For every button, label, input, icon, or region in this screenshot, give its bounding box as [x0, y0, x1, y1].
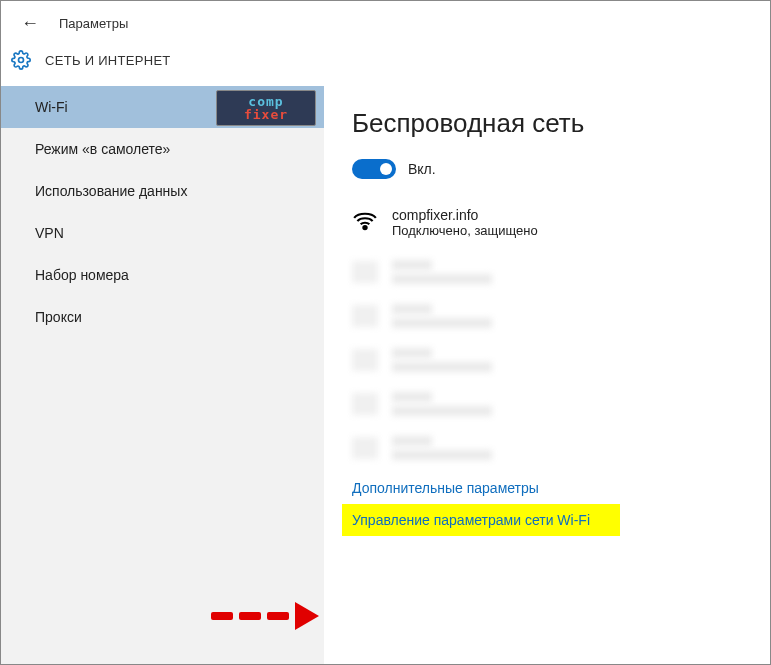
back-arrow-icon[interactable]: ← [21, 13, 39, 34]
main-layout: Wi-Fi comp fixer Режим «в самолете» Испо… [1, 86, 770, 665]
sidebar: Wi-Fi comp fixer Режим «в самолете» Испо… [1, 86, 324, 665]
network-item-blurred[interactable] [352, 260, 750, 284]
network-item-blurred[interactable] [352, 392, 750, 416]
blurred-line [392, 392, 432, 402]
window-header: ← Параметры [1, 1, 770, 42]
blurred-line [392, 406, 492, 416]
network-item-blurred[interactable] [352, 348, 750, 372]
wifi-icon-blurred [352, 261, 378, 283]
sidebar-item-label: Wi-Fi [35, 99, 68, 115]
page-title: Беспроводная сеть [352, 108, 750, 139]
wifi-toggle[interactable] [352, 159, 396, 179]
blurred-text [392, 304, 492, 328]
blurred-line [392, 304, 432, 314]
section-header: СЕТЬ И ИНТЕРНЕТ [1, 42, 770, 86]
svg-point-0 [19, 58, 24, 63]
sidebar-item-vpn[interactable]: VPN [1, 212, 324, 254]
wifi-icon-blurred [352, 393, 378, 415]
blurred-line [392, 362, 492, 372]
sidebar-item-data-usage[interactable]: Использование данных [1, 170, 324, 212]
svg-point-1 [363, 226, 366, 229]
content-panel: Беспроводная сеть Вкл. compfixer.info По… [324, 86, 770, 665]
sidebar-item-airplane-mode[interactable]: Режим «в самолете» [1, 128, 324, 170]
window-title: Параметры [59, 16, 128, 31]
gear-icon [11, 50, 31, 70]
section-title: СЕТЬ И ИНТЕРНЕТ [45, 53, 171, 68]
blurred-text [392, 436, 492, 460]
network-item-blurred[interactable] [352, 436, 750, 460]
blurred-line [392, 348, 432, 358]
sidebar-item-wifi[interactable]: Wi-Fi comp fixer [1, 86, 324, 128]
wifi-icon-blurred [352, 349, 378, 371]
sidebar-item-label: Использование данных [35, 183, 187, 199]
wifi-toggle-row: Вкл. [352, 159, 750, 179]
wifi-icon [352, 209, 378, 231]
wifi-toggle-label: Вкл. [408, 161, 436, 177]
watermark-line2: fixer [244, 108, 288, 121]
sidebar-item-label: Режим «в самолете» [35, 141, 170, 157]
blurred-text [392, 348, 492, 372]
blurred-line [392, 450, 492, 460]
network-item-connected[interactable]: compfixer.info Подключено, защищено [352, 207, 750, 238]
arrow-head-icon [295, 602, 319, 630]
arrow-dash [239, 612, 261, 620]
link-additional-params[interactable]: Дополнительные параметры [352, 480, 750, 496]
blurred-line [392, 318, 492, 328]
sidebar-item-label: Набор номера [35, 267, 129, 283]
arrow-dash [211, 612, 233, 620]
blurred-text [392, 260, 492, 284]
link-manage-wifi[interactable]: Управление параметрами сети Wi-Fi [342, 504, 620, 536]
wifi-icon-blurred [352, 437, 378, 459]
sidebar-item-label: VPN [35, 225, 64, 241]
network-name: compfixer.info [392, 207, 538, 223]
sidebar-item-label: Прокси [35, 309, 82, 325]
blurred-line [392, 260, 432, 270]
wifi-icon-blurred [352, 305, 378, 327]
blurred-text [392, 392, 492, 416]
sidebar-item-proxy[interactable]: Прокси [1, 296, 324, 338]
network-text: compfixer.info Подключено, защищено [392, 207, 538, 238]
sidebar-item-dialup[interactable]: Набор номера [1, 254, 324, 296]
network-status: Подключено, защищено [392, 223, 538, 238]
annotation-arrow [211, 602, 319, 630]
blurred-line [392, 436, 432, 446]
watermark-logo: comp fixer [216, 90, 316, 126]
blurred-line [392, 274, 492, 284]
arrow-dash [267, 612, 289, 620]
network-item-blurred[interactable] [352, 304, 750, 328]
